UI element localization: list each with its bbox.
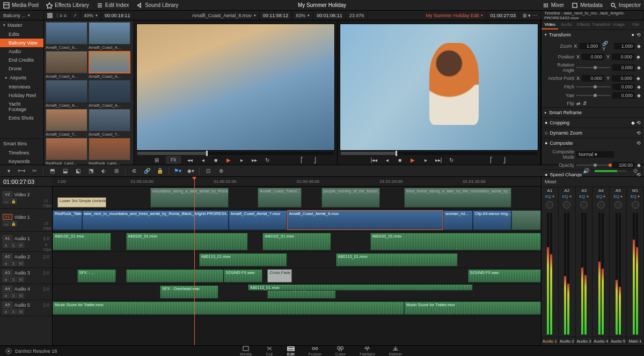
track-header-a2[interactable]: A2Audio 22.0 ⊘SM xyxy=(0,252,52,268)
media-pool-tab[interactable]: Media Pool xyxy=(3,2,39,9)
clip-thumbnail[interactable]: Amalfi_Coast_A... xyxy=(46,22,87,50)
effects-library-tab[interactable]: Effects Library xyxy=(46,2,89,9)
pan-knob[interactable] xyxy=(632,201,639,209)
audio-clip[interactable] xyxy=(126,269,224,283)
video-clip[interactable]: woman_rid... xyxy=(443,210,473,230)
prev-frame-icon[interactable]: ◂ xyxy=(383,156,391,164)
mute-icon[interactable]: 🔊 xyxy=(582,167,590,175)
video-clip[interactable]: mountains_along_a_lake_aerial_by_Roma... xyxy=(150,188,229,207)
bin-airports[interactable]: ▸Airports xyxy=(0,73,43,83)
pan-knob[interactable] xyxy=(546,201,553,209)
loop-icon[interactable]: ↻ xyxy=(264,156,271,164)
page-color[interactable]: Color xyxy=(335,346,346,357)
page-deliver[interactable]: Deliver xyxy=(389,346,402,357)
bin-yacht-footage[interactable]: Yacht Footage xyxy=(0,100,43,114)
bin-drone[interactable]: Drone xyxy=(0,64,43,73)
video-clip[interactable] xyxy=(511,210,541,230)
bin-holiday-reel[interactable]: Holiday Reel xyxy=(0,91,43,100)
mark-in-icon[interactable]: ⎡ xyxy=(487,156,495,164)
replace-icon[interactable]: ⬕ xyxy=(74,167,82,175)
play-icon[interactable]: ▶ xyxy=(409,156,416,164)
audio-clip[interactable]: SOUND FX.wav xyxy=(468,269,541,283)
overwrite-icon[interactable]: ⬓ xyxy=(61,167,69,175)
pool-zoom[interactable]: 49% ▾ xyxy=(80,11,101,20)
inspector-tab-file[interactable]: File xyxy=(627,20,644,29)
opacity-slider[interactable] xyxy=(576,165,610,166)
clip-thumbnail-selected[interactable]: Amalfi_Coast_A... xyxy=(89,51,130,79)
selection-tool-icon[interactable]: ▾ xyxy=(4,167,13,175)
yaw-slider[interactable] xyxy=(576,95,610,96)
flip-v-icon[interactable]: ⇵ xyxy=(583,101,587,106)
mixer-tab[interactable]: Mixer xyxy=(543,2,564,9)
track-header-a3[interactable]: A3Audio 32.0 ⊘SM xyxy=(0,268,52,284)
stop-icon[interactable]: ■ xyxy=(212,156,219,164)
smart-reframe-header[interactable]: ▸Smart Reframe xyxy=(541,108,644,117)
anchor-y-field[interactable]: 0.000 xyxy=(612,75,634,81)
rotation-field[interactable]: 0.000 xyxy=(612,64,635,71)
snapping-icon[interactable]: ⊂ xyxy=(130,167,138,175)
cropping-header[interactable]: ● Cropping◆ ⟲ xyxy=(541,118,644,128)
audio-clip[interactable]: A80102_01.mov xyxy=(53,233,111,250)
clip-thumbnail[interactable]: Amalfi_Coast_T... xyxy=(89,109,130,137)
bin-audio[interactable]: Audio xyxy=(0,47,43,56)
inspector-tab-video[interactable]: Video xyxy=(541,20,558,29)
audio-clip[interactable]: A80102_01.mov xyxy=(370,233,541,250)
bin-extra-shots[interactable]: Extra Shots xyxy=(0,114,43,122)
source-scrubber[interactable] xyxy=(137,152,334,155)
play-icon[interactable]: ▶ xyxy=(225,156,232,164)
composite-mode-select[interactable]: Normal ▾ xyxy=(576,151,614,158)
track-header-v1[interactable]: V1Video 1 ▭🔒13 Clips xyxy=(0,209,52,232)
audio-clip[interactable]: A80102_01.mov xyxy=(262,233,331,250)
blade-tool-icon[interactable]: ✂ xyxy=(30,167,39,175)
fader[interactable] xyxy=(592,211,609,337)
next-edit-icon[interactable]: ▸▸| xyxy=(435,156,442,164)
clip-thumbnail[interactable]: Amalfi_Coast_A... xyxy=(89,80,130,108)
smartbin-keywords[interactable]: Keywords xyxy=(0,157,43,166)
anchor-x-field[interactable]: 0.000 xyxy=(582,75,604,81)
dynamic-zoom-header[interactable]: ○ Dynamic Zoom⟲ xyxy=(541,128,644,138)
mixer-channel-a3[interactable]: A3EQ ▾Audio 3 xyxy=(576,187,593,345)
prev-frame-icon[interactable]: ◂ xyxy=(199,156,207,164)
pan-knob[interactable] xyxy=(563,201,570,209)
sound-library-tab[interactable]: Sound Library xyxy=(136,2,178,9)
mixer-channel-m1[interactable]: M1EQ ▾Main 1 xyxy=(627,187,644,345)
master-bin[interactable]: ▾Master xyxy=(0,20,43,30)
timeline-ruler[interactable]: 1:00 01:00:16:00 01:00:32:00 01:00:48:00… xyxy=(53,177,541,187)
transform-header[interactable]: ▾Transform●⟲ xyxy=(541,30,644,40)
fader[interactable] xyxy=(559,211,575,337)
zoom-y-field[interactable]: 1.000 xyxy=(614,43,635,49)
timeline-scrubber[interactable] xyxy=(341,152,537,155)
bin-edits[interactable]: Edits xyxy=(0,30,43,39)
flip-h-icon[interactable]: ⇄ xyxy=(576,101,581,106)
clip-thumbnail[interactable]: Amalfi_Coast_A... xyxy=(46,80,87,108)
flag-icon[interactable]: ⚑▾ xyxy=(173,167,182,175)
pitch-slider[interactable] xyxy=(576,86,610,87)
audio-clip[interactable]: SFX - Overhead.wav xyxy=(160,285,218,299)
audio-clip[interactable]: SFX - ... xyxy=(77,269,116,283)
clip-thumbnail[interactable]: RedRock_Land... xyxy=(89,138,130,165)
mixer-channel-a1[interactable]: A1EQ ▾Audio 1 xyxy=(541,187,559,345)
tc-options[interactable]: ⊞ ▾ ⋯ xyxy=(519,11,541,20)
append-icon[interactable]: ⬖ xyxy=(99,167,108,175)
fader[interactable] xyxy=(576,211,592,337)
mark-out-icon[interactable]: ⎦ xyxy=(311,156,318,164)
clip-thumbnail[interactable]: Amalfi_Coast_T... xyxy=(46,109,87,137)
inspector-tab-audio[interactable]: Audio xyxy=(558,20,575,29)
position-lock-icon[interactable]: 🔒 xyxy=(156,167,164,175)
pan-knob[interactable] xyxy=(614,201,622,209)
prev-edit-icon[interactable]: |◂◂ xyxy=(370,156,378,164)
track-header-v2[interactable]: V2Video 2 ▭🔒11 Clips xyxy=(0,187,52,209)
page-fusion[interactable]: Fusion xyxy=(309,346,321,357)
timeline-name[interactable]: My Summer Holiday Edit ▾ xyxy=(422,11,487,20)
audio-clip[interactable]: A80113_01.mov xyxy=(336,253,458,266)
mark-out-icon[interactable]: ⎦ xyxy=(500,156,508,164)
fit-to-fill-icon[interactable]: ⬔ xyxy=(86,167,95,175)
fader[interactable] xyxy=(610,211,626,337)
video-clip[interactable]: people_running_at_the_beach_in_brig... xyxy=(321,188,380,207)
track-header-a4[interactable]: A4Audio 42.0 ⊘SM xyxy=(0,284,52,300)
rotation-slider[interactable] xyxy=(576,67,610,68)
audio-clip[interactable]: A80102_01.mov xyxy=(126,233,248,250)
video-clip[interactable]: thick_forest_allong_a_lake_by_the_mounta… xyxy=(404,188,511,207)
audio-clip[interactable]: A80113_01.mov xyxy=(248,284,473,291)
next-clip-icon[interactable]: ▸▸ xyxy=(251,156,258,164)
